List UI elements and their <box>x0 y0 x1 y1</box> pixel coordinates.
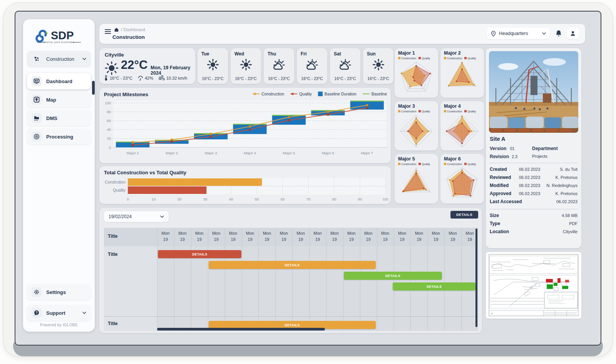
radar-legend: Construction Quality <box>444 163 476 165</box>
sidebar-item-label: Processing <box>46 134 73 140</box>
chevron-down-icon <box>160 215 164 218</box>
forecast-range: 16°C - 23°C <box>297 76 327 81</box>
project-milestones-card: Project Milestones ConstructionQualityBa… <box>99 88 391 163</box>
vertical-scrollbar[interactable] <box>475 229 477 327</box>
sidebar-item-support[interactable]: ? Support <box>27 305 91 321</box>
revision-label: Revision <box>490 154 509 159</box>
svg-text:50: 50 <box>255 197 259 201</box>
meta-row-modified: Modified06.02.2023N. Redelinghuys <box>490 183 578 191</box>
radar-card-major-3: Major 3 Construction Quality <box>395 101 438 151</box>
forecast-day: Wed <box>234 51 244 57</box>
gantt-row-separator <box>104 316 478 317</box>
sidebar-item-map[interactable]: Map <box>27 92 91 108</box>
settings-label: Settings <box>46 289 66 295</box>
forecast-range: 16°C - 23°C <box>231 76 261 81</box>
map-icon <box>32 95 42 105</box>
forecast-card-tue: Tue16°C - 23°C <box>198 48 228 84</box>
radar-title: Major 1 <box>398 50 415 56</box>
gantt-bar[interactable]: DETAILS <box>158 250 241 258</box>
forecast-card-sat: Sat16°C - 23°C <box>330 48 360 84</box>
radar-card-major-2: Major 2 Construction Quality <box>440 48 484 98</box>
radar-card-major-6: Major 6 Construction Quality <box>440 154 484 204</box>
milestones-legend: ConstructionQualityBaseline DurationBase… <box>253 92 387 96</box>
sidebar-item-dashboard[interactable]: Dashboard <box>27 73 91 89</box>
gantt-column-line <box>208 228 208 331</box>
sidebar-item-dms[interactable]: DMS <box>27 110 91 126</box>
forecast-range: 16°C - 23°C <box>198 76 228 81</box>
date-select[interactable]: 19/02/2024 <box>104 211 169 222</box>
gantt-bar[interactable]: DETAILS <box>344 272 442 280</box>
sidebar-item-processing[interactable]: Processing <box>27 129 91 145</box>
gantt-column-line <box>461 228 462 331</box>
svg-text:Quality: Quality <box>113 188 126 192</box>
svg-text:30: 30 <box>203 197 208 201</box>
svg-text:90: 90 <box>358 197 362 201</box>
construction-project-icon <box>32 54 42 64</box>
radar-title: Major 6 <box>444 156 461 162</box>
gantt-column-line <box>225 228 225 331</box>
horizontal-scrollbar[interactable] <box>157 328 325 331</box>
weather-city: Cityville <box>105 52 124 58</box>
svg-text:100: 100 <box>105 101 111 105</box>
notifications-button[interactable] <box>555 30 562 39</box>
gantt-column-header: Mon19 <box>275 230 292 243</box>
radar-legend: Construction Quality <box>398 110 430 113</box>
site-plan-thumbnail: N. <box>486 252 581 319</box>
gantt-bar[interactable]: DETAILS <box>209 261 376 269</box>
department-label: Department <box>532 146 558 151</box>
cloud-sun-icon <box>338 58 352 72</box>
svg-text:100: 100 <box>383 197 388 201</box>
forecast-card-thu: Thu16°C - 23°C <box>264 48 294 84</box>
totals-title: Total Construction vs Total Quality <box>104 170 186 175</box>
file-row-type: TypePDF <box>490 221 578 229</box>
tablet-mockup: SDP SPATIAL DATA PLATFORM Construction D… <box>0 0 616 364</box>
svg-text:Major 7: Major 7 <box>361 151 373 155</box>
gantt-column-header: Mon19 <box>191 230 208 243</box>
sun-icon <box>239 58 253 71</box>
gantt-column-line <box>242 228 242 331</box>
breadcrumb[interactable]: / Dashboard <box>114 27 145 32</box>
gantt-column-header: Mon19 <box>394 230 411 243</box>
weather-wind: 10.32 km/h <box>166 76 187 80</box>
document-panel: Site A Version 01 Department Revision 2.… <box>486 48 581 248</box>
forecast-cards: Tue16°C - 23°CWed16°C - 23°CThu16°C - 23… <box>198 48 395 84</box>
sun-icon <box>363 58 393 73</box>
powered-by: Powered by IGLOBE <box>23 323 95 327</box>
radar-legend: Construction Quality <box>444 110 476 113</box>
version-value: 01 <box>510 146 515 151</box>
forecast-card-sun: Sun16°C - 23°C <box>363 48 393 84</box>
meta-row-approved: Approved06.02.2023K. Pretorius <box>490 191 578 199</box>
svg-text:N.: N. <box>491 312 493 315</box>
chevron-down-icon <box>82 312 86 314</box>
topbar: / Dashboard Construction Headquarters <box>99 24 585 44</box>
svg-text:40: 40 <box>229 197 233 201</box>
menu-icon[interactable] <box>105 29 111 34</box>
active-item-indicator <box>92 81 95 95</box>
sidebar-item-label: DMS <box>46 115 57 121</box>
gantt-bar[interactable]: DETAILS <box>393 282 475 291</box>
site-photo <box>489 51 578 133</box>
processing-icon <box>32 132 42 142</box>
radar-title: Major 2 <box>444 50 461 56</box>
svg-text:?: ? <box>35 311 37 314</box>
cloud-sun-icon <box>264 58 294 73</box>
location-select[interactable]: Headquarters <box>487 28 550 39</box>
project-selector[interactable]: Construction <box>27 51 91 67</box>
svg-text:Major 4: Major 4 <box>244 151 256 155</box>
divider <box>489 163 578 163</box>
legend-item-baseline: Baseline <box>363 92 387 96</box>
sidebar-item-settings[interactable]: Settings <box>27 284 91 300</box>
svg-text:40: 40 <box>107 127 111 132</box>
gantt-column-header: Mon19 <box>242 230 259 243</box>
gantt-column-header: Mon19 <box>157 230 174 243</box>
user-profile-button[interactable] <box>567 28 579 39</box>
details-button[interactable]: DETAILS <box>450 211 478 219</box>
svg-text:Major 5: Major 5 <box>283 151 295 155</box>
sidebar-item-label: Map <box>46 97 56 103</box>
wind-icon <box>159 75 165 80</box>
forecast-day: Fri <box>301 51 306 57</box>
sun-icon <box>231 58 261 73</box>
meta-row-created: Created06.02.2023S. du Toit <box>490 167 578 175</box>
svg-text:Major 2: Major 2 <box>166 151 178 155</box>
dms-icon <box>32 113 42 123</box>
